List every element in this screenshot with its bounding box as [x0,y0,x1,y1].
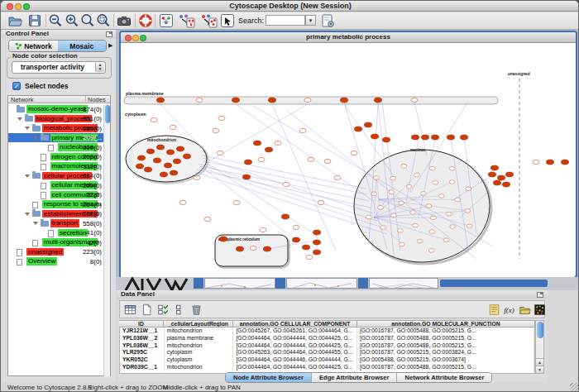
tab-mosaic[interactable]: Mosaic [58,41,107,51]
tree-row[interactable]: nucleobase-209(0) [8,142,103,152]
tree-row-count: 558(0) [83,210,102,218]
expander-triangle-icon[interactable] [33,222,38,225]
tree-row-count: 223(0) [83,248,102,256]
tab-network-attribute-browser[interactable]: Network Attribute Browser [397,373,491,382]
folder-icon [32,173,41,179]
table-cell: mitochondrion [165,364,234,371]
unselect-attributes-icon[interactable] [173,303,187,317]
scroll-up-icon[interactable]: ▲ [536,358,543,366]
tree-row[interactable]: transport558(0) [8,218,103,228]
delete-attribute-trash-icon[interactable] [189,303,203,317]
table-column-header[interactable]: annotation.GO MOLECULAR_FUNCTION [357,320,535,327]
region-label-unassigned: unassigned [508,72,530,76]
browser-tabs: Node Attribute BrowserEdge Attribute Bro… [225,372,492,383]
table-column-header[interactable]: annotation.GO CELLULAR_COMPONENT [233,320,357,327]
tree-row[interactable]: response to stimulu264(0) [8,199,103,209]
scroll-down-icon[interactable]: ▼ [536,366,543,373]
tree-row-label: secretion [58,229,88,237]
resize-grip[interactable] [570,383,579,392]
attribute-table[interactable]: YJR121W__1mitochondrion[GO:0045267, GO:0… [119,327,535,374]
save-session-icon[interactable] [27,13,42,28]
new-attribute-icon[interactable] [140,303,154,317]
attribute-table-icon[interactable] [123,303,137,317]
table-row[interactable]: YLR295Ccytoplasm[GO:0045263, GO:0044464,… [120,349,534,356]
zoom-in-icon[interactable] [65,13,79,28]
network-file-icon [41,192,46,199]
help-lifebuoy-icon[interactable] [138,13,153,28]
expander-triangle-icon[interactable] [33,136,38,140]
table-row[interactable]: YPL036W__1mitochondrion[GO:0044464, GO:0… [120,342,534,350]
table-column-header[interactable]: ID [119,320,164,327]
tree-row[interactable]: macromolecule311(0) [8,161,103,171]
folder-icon [41,135,49,141]
zoom-out-icon[interactable] [48,13,63,28]
zoom-fit-icon[interactable] [80,13,95,28]
search-dropdown-icon[interactable]: ▼ [305,15,316,26]
zoom-selected-icon[interactable] [96,13,111,28]
data-panel-toolbar: f(x) [119,300,545,318]
window-titlebar[interactable]: Cytoscape Desktop (New Session) [1,1,579,12]
float-panel-icon[interactable] [106,31,112,37]
network-view-title: primary metabolic process [121,33,576,41]
tree-row-count: 264(0) [83,201,102,208]
select-attributes-icon[interactable] [156,303,170,317]
main-toolbar: Search: ▼ [1,12,579,30]
tab-node-attribute-browser[interactable]: Node Attribute Browser [226,373,312,382]
float-panel-icon[interactable] [537,292,543,298]
tree-scrollbar[interactable] [103,104,110,376]
snapshot-camera-icon[interactable] [117,13,132,28]
tree-row-label: Overview [26,257,57,265]
network-view-titlebar[interactable]: primary metabolic process [121,32,576,43]
table-cell: [GO:0045267, GO:0045261, GO:0044464, G..… [233,327,356,335]
table-row[interactable]: YJR121W__1mitochondrion[GO:0045267, GO:0… [120,327,534,335]
expander-triangle-icon[interactable] [25,213,30,216]
tree-row[interactable]: nitrogen compo209(0) [8,152,103,162]
region-label-mitochondrion: mitochondrion [147,137,176,142]
table-row[interactable]: YPL036W__2plasma membrane[GO:0044464, GO… [120,335,534,342]
tree-row[interactable]: cellular metabo209(0) [8,180,103,190]
table-cell: cytoplasm [165,356,234,364]
network-overview-icon[interactable] [159,13,174,28]
network-nodes [136,98,568,255]
tree-row[interactable]: Overview8(0) [8,256,103,266]
attribute-notes-icon[interactable] [487,303,501,317]
tree-row[interactable]: cellular process614(0) [8,171,103,181]
tree-row[interactable]: metabolic process280(0) [8,123,103,133]
matrix-heatmap-icon[interactable] [533,303,547,317]
tab-network[interactable]: Network [9,41,58,51]
tree-row[interactable]: biological_process651(0) [8,114,103,124]
tree-row[interactable]: mosaic-demo-yeast874(0) [8,104,103,114]
select-nodes-checkbox[interactable]: ✓ [12,82,21,90]
table-scrollbar[interactable]: ▲ ▼ [535,320,544,374]
layout-nodes-icon[interactable] [178,13,195,28]
combobox-stepper-icon[interactable]: ▲▼ [95,63,104,72]
tree-row[interactable]: cell communicat22(0) [8,190,103,200]
expander-triangle-icon[interactable] [25,174,30,178]
network-view-frame[interactable]: primary metabolic process plasma membran… [119,31,577,277]
tree-row[interactable]: establishment of lo558(0) [8,209,103,219]
tree-row[interactable]: unassigned223(0) [8,247,103,257]
expander-triangle-icon[interactable] [25,127,30,130]
open-session-icon[interactable] [7,13,22,28]
expander-triangle-icon[interactable] [17,117,22,121]
formula-builder-icon[interactable]: f(x) [502,303,516,317]
tree-row-count: 209(0) [83,153,102,160]
select-mode-icon[interactable] [220,13,235,28]
table-row[interactable]: YKR052Ccytoplasm[GO:0044464, GO:0044446,… [120,356,534,364]
import-attributes-folder-icon[interactable] [518,303,532,317]
network-canvas[interactable]: plasma membrane cytoplasm unassigned mit… [121,44,575,278]
tab-edge-attribute-browser[interactable]: Edge Attribute Browser [312,373,398,382]
folder-icon [41,221,49,227]
tree-row[interactable]: secretion41(0) [8,228,103,238]
table-column-header[interactable]: _cellularLayoutRegion [164,320,233,327]
table-row[interactable]: YDR039C__1mitochondrion[GO:0044464, GO:0… [120,364,534,371]
tree-row[interactable]: multi-organism pro42(0) [8,237,103,247]
tree-row[interactable]: primary metabo209(... [8,133,103,143]
node-color-combobox[interactable]: transporter activity ▲▼ [12,61,106,74]
layout-region-icon[interactable] [200,13,218,28]
background-window-border [194,278,203,289]
session-note-icon[interactable] [320,13,335,28]
more-tabs-arrow-icon[interactable]: ▶ [108,42,112,49]
search-input[interactable] [266,15,305,26]
table-cell: YDR039C__1 [120,364,165,371]
